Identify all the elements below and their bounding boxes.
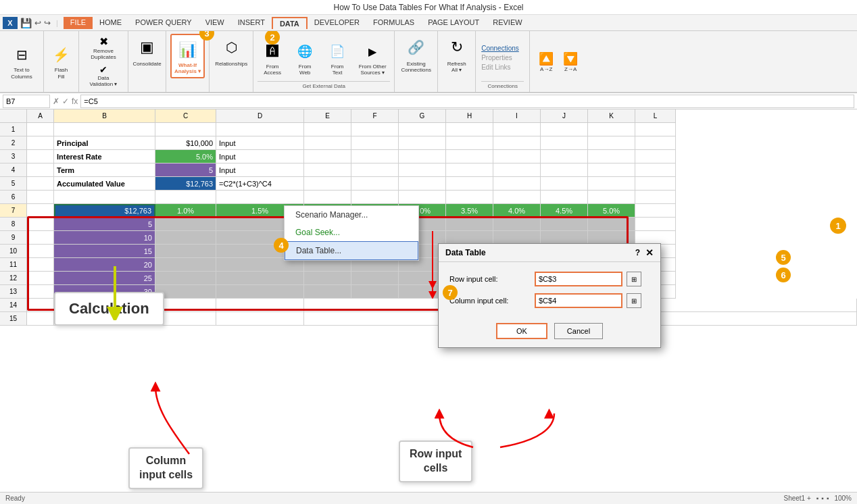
cell-a6[interactable] (27, 191, 54, 204)
cell-b12[interactable]: 25 (54, 272, 155, 285)
cell-b5[interactable]: Accumulated Value (54, 177, 155, 191)
dialog-question[interactable]: ? (635, 248, 640, 257)
cell-l1[interactable] (635, 123, 676, 136)
cell-a1[interactable] (27, 123, 54, 136)
cell-e1[interactable] (304, 123, 351, 136)
cell-i2[interactable] (493, 136, 541, 150)
cell-c10[interactable] (155, 245, 216, 258)
cell-h5[interactable] (446, 177, 493, 191)
cell-k1[interactable] (588, 123, 635, 136)
cell-l4[interactable] (635, 163, 676, 177)
flash-fill-btn[interactable]: ⚡ FlashFill (51, 43, 72, 80)
cell-b4[interactable]: Term (54, 163, 155, 177)
cell-i5[interactable] (493, 177, 541, 191)
cell-f13[interactable] (351, 285, 399, 299)
cell-b2[interactable]: Principal (54, 136, 155, 150)
existing-connections-btn[interactable]: 🔗 ExistingConnections (401, 34, 431, 73)
cell-l9[interactable] (635, 231, 676, 245)
cell-d4[interactable]: Input (216, 163, 304, 177)
sort-az-btn[interactable]: 🔼 A→Z (535, 51, 557, 72)
cell-d2[interactable]: Input (216, 136, 304, 150)
cell-i7[interactable]: 4.0% (493, 204, 541, 218)
dialog-cancel-btn[interactable]: Cancel (554, 323, 603, 339)
cell-e12[interactable] (304, 272, 351, 285)
cell-b6[interactable] (54, 191, 155, 204)
cell-h9[interactable] (446, 231, 493, 245)
cell-c14[interactable] (155, 299, 216, 312)
cell-a8[interactable] (27, 218, 54, 231)
cell-c2[interactable]: $10,000 (155, 136, 216, 150)
cell-a3[interactable] (27, 150, 54, 163)
sort-za-btn[interactable]: 🔽 Z→A (560, 51, 581, 72)
goal-seek-item[interactable]: Goal Seek... (285, 224, 418, 241)
status-sheet-tabs[interactable]: Sheet1 + (783, 495, 810, 502)
cell-reference-input[interactable] (3, 95, 50, 108)
status-view-page-break[interactable]: ▪ (827, 495, 829, 502)
what-if-analysis-btn[interactable]: 📊 What-IfAnalysis ▾ (170, 34, 205, 78)
cell-g5[interactable] (399, 177, 446, 191)
cell-e13[interactable] (304, 285, 351, 299)
cell-g2[interactable] (399, 136, 446, 150)
cell-e3[interactable] (304, 150, 351, 163)
cell-h2[interactable] (446, 136, 493, 150)
cell-a5[interactable] (27, 177, 54, 191)
cell-a15[interactable] (27, 312, 54, 326)
refresh-all-btn[interactable]: ↻ RefreshAll ▾ (446, 34, 468, 73)
dialog-ok-btn[interactable]: OK (496, 323, 547, 339)
from-access-btn[interactable]: 🅰 FromAccess (258, 39, 287, 76)
cell-k5[interactable] (588, 177, 635, 191)
tab-power-query[interactable]: POWER QUERY (128, 17, 199, 29)
cell-j1[interactable] (541, 123, 588, 136)
data-table-item[interactable]: Data Table... (285, 241, 418, 260)
connections-link[interactable]: Connections (481, 45, 524, 52)
cell-l6[interactable] (635, 191, 676, 204)
edit-links-link[interactable]: Edit Links (481, 64, 524, 71)
cell-a7[interactable] (27, 204, 54, 218)
status-view-normal[interactable]: ▪ (816, 495, 819, 502)
cell-c13[interactable] (155, 285, 216, 299)
cell-i1[interactable] (493, 123, 541, 136)
cell-k6[interactable] (588, 191, 635, 204)
tab-review[interactable]: REVIEW (486, 17, 529, 29)
remove-duplicates-btn[interactable]: ✖ RemoveDuplicates (82, 34, 125, 61)
data-validation-btn[interactable]: ✔ DataValidation ▾ (82, 63, 125, 89)
undo-icon[interactable]: ↩ (34, 18, 41, 28)
cell-c8[interactable] (155, 218, 216, 231)
tab-data[interactable]: DATA (272, 17, 308, 29)
cell-h1[interactable] (446, 123, 493, 136)
cell-f5[interactable] (351, 177, 399, 191)
cell-l7[interactable] (635, 204, 676, 218)
text-to-columns-btn[interactable]: ⊟ Text to Columns (4, 43, 39, 80)
cell-d1[interactable] (216, 123, 304, 136)
col-input-ref-btn[interactable]: ⊞ (627, 293, 641, 308)
tab-formulas[interactable]: FORMULAS (366, 17, 421, 29)
cell-l8[interactable] (635, 218, 676, 231)
from-text-btn[interactable]: 📄 FromText (322, 39, 352, 76)
cell-b9[interactable]: 10 (54, 231, 155, 245)
tab-developer[interactable]: DEVELOPER (308, 17, 366, 29)
cell-d14[interactable] (216, 299, 304, 312)
cell-b7-selected[interactable]: $12,763 (54, 204, 155, 218)
cell-j4[interactable] (541, 163, 588, 177)
cell-j6[interactable] (541, 191, 588, 204)
tab-view[interactable]: VIEW (199, 17, 231, 29)
from-web-btn[interactable]: 🌐 FromWeb (290, 39, 320, 76)
cell-k7[interactable]: 5.0% (588, 204, 635, 218)
cell-b11[interactable]: 20 (54, 258, 155, 272)
tab-insert[interactable]: INSERT (231, 17, 272, 29)
cell-k8[interactable] (588, 218, 635, 231)
cell-d3[interactable]: Input (216, 150, 304, 163)
cell-a10[interactable] (27, 245, 54, 258)
cell-g1[interactable] (399, 123, 446, 136)
cell-k9[interactable] (588, 231, 635, 245)
cell-j2[interactable] (541, 136, 588, 150)
cell-g4[interactable] (399, 163, 446, 177)
cell-a9[interactable] (27, 231, 54, 245)
cell-a13[interactable] (27, 285, 54, 299)
cell-c1[interactable] (155, 123, 216, 136)
cell-j9[interactable] (541, 231, 588, 245)
cell-f4[interactable] (351, 163, 399, 177)
cell-a14[interactable] (27, 299, 54, 312)
cell-f1[interactable] (351, 123, 399, 136)
properties-link[interactable]: Properties (481, 54, 524, 61)
